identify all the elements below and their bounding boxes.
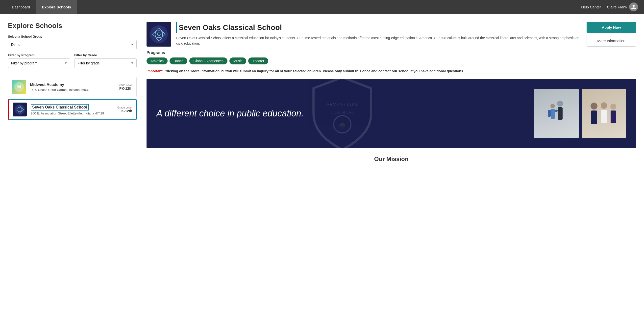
svg-rect-18	[601, 110, 607, 123]
school-group-select-wrapper: Demo ▼	[8, 40, 136, 49]
nav-dashboard[interactable]: Dashboard	[6, 0, 36, 14]
nav-user[interactable]: Claire Frank	[607, 3, 638, 12]
filter-grade-select[interactable]: Filter by grade	[74, 59, 136, 68]
svg-rect-11	[555, 110, 558, 112]
school-list: M Midwest Academy 1420 Chase Court Carme…	[8, 77, 136, 120]
school-address-sevenoaks: 200 E. Association Street Ellettsville, …	[31, 112, 113, 115]
important-notice: Important: Clicking on the 'More Informa…	[146, 68, 636, 74]
grade-label-sevenoaks: Grade Level	[117, 106, 132, 109]
grade-value-sevenoaks: K-12th	[117, 109, 132, 113]
page-content: Explore Schools Select a School Group De…	[0, 14, 644, 170]
school-header: Seven Oaks Classical School Seven Oaks C…	[146, 22, 636, 47]
svg-point-12	[550, 104, 555, 108]
nav-user-name: Claire Frank	[607, 5, 627, 9]
grade-label-midwest: Grade Level	[118, 84, 132, 87]
apply-now-button[interactable]: Apply Now	[586, 22, 636, 33]
top-nav: Dashboard Explore Schools Help Center Cl…	[0, 0, 644, 14]
school-group-select[interactable]: Demo	[8, 40, 136, 49]
filter-row: Filter by Program Filter by program ▼ Fi…	[8, 53, 136, 72]
svg-text:M: M	[17, 85, 21, 89]
left-panel: Explore Schools Select a School Group De…	[8, 22, 136, 163]
select-group-label: Select a School Group	[8, 35, 136, 38]
svg-rect-20	[610, 111, 616, 123]
school-item-sevenoaks[interactable]: Seven Oaks Classical School 200 E. Assoc…	[8, 99, 136, 120]
school-address-midwest: 1420 Chase Court Carmel, Indiana 46032	[30, 88, 114, 92]
important-label: Important:	[146, 69, 164, 73]
right-panel: Seven Oaks Classical School Seven Oaks C…	[146, 22, 636, 163]
page-title: Explore Schools	[8, 22, 136, 30]
action-buttons: Apply Now More Information	[586, 22, 636, 47]
svg-text:SEVEN OAKS: SEVEN OAKS	[327, 102, 358, 107]
banner-photos	[534, 89, 626, 138]
school-main-title: Seven Oaks Classical School	[176, 22, 284, 33]
svg-rect-13	[551, 109, 555, 119]
filter-grade-wrapper: Filter by grade ▼	[74, 59, 136, 68]
filter-program-col: Filter by Program Filter by program ▼	[8, 53, 70, 72]
program-tag-theater[interactable]: Theater	[248, 58, 268, 64]
notice-text: Clicking on the 'More Information' butto…	[164, 69, 464, 73]
svg-rect-14	[548, 110, 551, 117]
filter-program-wrapper: Filter by program ▼	[8, 59, 70, 68]
banner-text: A different choice in public education.	[156, 108, 529, 119]
school-name-sevenoaks: Seven Oaks Classical School	[31, 104, 88, 111]
svg-point-2	[14, 104, 25, 115]
svg-rect-16	[591, 111, 597, 124]
program-tag-dance[interactable]: Dance	[170, 58, 187, 64]
nav-help-center[interactable]: Help Center	[581, 5, 601, 9]
svg-rect-10	[558, 107, 562, 120]
program-tags: Athletics Dance Global Experiences Music…	[146, 58, 636, 64]
filter-grade-col: Filter by Grade Filter by grade ▼	[74, 53, 136, 72]
school-banner: SEVEN OAKS CLASSICAL 🌳 A different choic…	[146, 79, 636, 148]
grade-info-midwest: Grade Level PK-12th	[118, 84, 132, 90]
program-tag-music[interactable]: Music	[230, 58, 246, 64]
svg-point-17	[601, 102, 607, 109]
banner-photo-1	[534, 89, 579, 138]
nav-explore-schools[interactable]: Explore Schools	[36, 0, 77, 14]
svg-point-15	[590, 103, 598, 110]
school-logo-large	[146, 22, 171, 47]
grade-info-sevenoaks: Grade Level K-12th	[117, 106, 132, 113]
filter-grade-label: Filter by Grade	[74, 53, 136, 57]
school-info-sevenoaks: Seven Oaks Classical School 200 E. Assoc…	[31, 104, 113, 115]
avatar	[629, 3, 638, 12]
banner-photo-2	[582, 89, 626, 138]
nav-right: Help Center Claire Frank	[581, 3, 638, 12]
filter-program-label: Filter by Program	[8, 53, 70, 57]
school-name-midwest: Midwest Academy	[30, 83, 114, 87]
school-description: Seven Oaks Classical School offers a cla…	[176, 35, 582, 46]
more-information-button[interactable]: More Information	[586, 35, 636, 47]
school-logo-midwest: M	[12, 80, 26, 94]
grade-value-midwest: PK-12th	[118, 87, 132, 90]
school-logo-sevenoaks	[13, 103, 27, 116]
svg-point-19	[610, 104, 616, 110]
our-mission-heading: Our Mission	[146, 153, 636, 163]
svg-text:🌳: 🌳	[339, 123, 346, 130]
program-tag-global[interactable]: Global Experiences	[189, 58, 227, 64]
svg-point-9	[557, 101, 563, 107]
school-item-midwest[interactable]: M Midwest Academy 1420 Chase Court Carme…	[8, 77, 136, 97]
programs-section: Programs Athletics Dance Global Experien…	[146, 51, 636, 64]
program-tag-athletics[interactable]: Athletics	[146, 58, 168, 64]
filter-program-select[interactable]: Filter by program	[8, 59, 70, 68]
programs-title: Programs	[146, 51, 636, 55]
school-title-area: Seven Oaks Classical School Seven Oaks C…	[176, 22, 582, 47]
school-info-midwest: Midwest Academy 1420 Chase Court Carmel,…	[30, 83, 114, 92]
